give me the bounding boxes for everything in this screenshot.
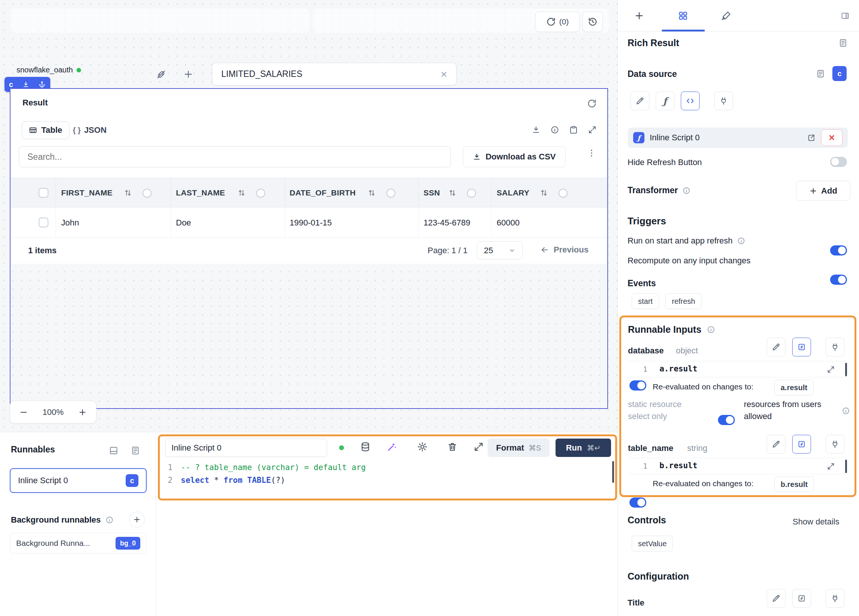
sort-icon[interactable] (237, 189, 246, 197)
rich-result-component[interactable]: Result Table { } JSON (10, 88, 608, 409)
background-runnable-item[interactable]: Background Runna... bg_0 (10, 533, 147, 554)
column-toggle[interactable] (256, 189, 265, 198)
collapse-panel-icon[interactable] (109, 446, 119, 455)
column-header[interactable]: SALARY (497, 188, 529, 197)
list-icon[interactable] (131, 446, 140, 455)
run-button[interactable]: Run ⌘↵ (556, 439, 611, 457)
magic-wand-icon[interactable] (387, 442, 397, 452)
run-on-start-toggle[interactable] (830, 245, 847, 255)
external-link-icon[interactable] (807, 133, 816, 142)
table-row[interactable]: John Doe 1990-01-15 123-45-6789 60000 (11, 208, 607, 238)
docs-icon[interactable] (839, 38, 848, 48)
input2-reeval-toggle[interactable] (629, 497, 646, 508)
input1-literal-button[interactable] (767, 338, 786, 356)
anchor-icon[interactable] (38, 81, 46, 88)
format-button[interactable]: Format ⌘S (488, 439, 550, 457)
input1-code-field[interactable]: 1 a.result (627, 361, 847, 377)
move-down-icon[interactable] (22, 81, 30, 88)
input1-reeval-chip[interactable]: a.result (774, 380, 814, 396)
database-icon[interactable] (360, 442, 371, 452)
input2-code-field[interactable]: 1 b.result (627, 458, 847, 474)
input1-function-button[interactable] (792, 338, 811, 356)
tab-table[interactable]: Table (22, 121, 69, 139)
column-header[interactable]: SSN (423, 188, 440, 197)
components-tab-icon[interactable] (678, 11, 688, 21)
table-menu-button[interactable] (587, 148, 597, 158)
history-button[interactable] (583, 12, 603, 32)
previous-page-button[interactable]: Previous (540, 245, 589, 255)
hide-refresh-toggle[interactable] (830, 157, 847, 167)
script-name-input[interactable] (165, 439, 327, 457)
unlink-button[interactable] (153, 66, 169, 83)
expand-icon[interactable] (827, 462, 835, 471)
panel-right-icon[interactable] (840, 11, 850, 20)
code-line-2[interactable]: 2 select * from TABLE(?) (160, 474, 285, 486)
event-chip-refresh[interactable]: refresh (665, 293, 701, 309)
page-size-select[interactable]: 25 (477, 241, 523, 260)
result-refresh-button[interactable] (587, 98, 597, 108)
field-scrollbar[interactable] (845, 363, 847, 376)
bound-script-chip[interactable]: ƒ Inline Script 0 × (628, 128, 848, 148)
script-list-icon[interactable] (816, 69, 825, 78)
info-icon[interactable] (105, 516, 114, 524)
refresh-queries-button[interactable]: (0) (535, 12, 579, 32)
input1-reeval-toggle[interactable] (629, 380, 646, 391)
sort-icon[interactable] (448, 189, 456, 197)
row-checkbox[interactable] (39, 217, 48, 227)
expand-icon[interactable] (827, 366, 835, 374)
add-transformer-button[interactable]: Add (796, 181, 850, 201)
add-background-runnable-button[interactable] (129, 512, 145, 527)
table-search-input[interactable] (19, 146, 451, 167)
input2-literal-button[interactable] (767, 435, 786, 453)
zoom-out-button[interactable] (19, 408, 28, 417)
sort-icon[interactable] (540, 189, 548, 197)
column-toggle[interactable] (386, 189, 395, 198)
field-scrollbar[interactable] (845, 460, 847, 473)
info-icon[interactable] (737, 237, 745, 245)
copy-icon[interactable] (569, 125, 578, 134)
trash-icon[interactable] (447, 442, 458, 452)
editor-canvas[interactable]: (0) snowflake_oauth c LIMITED_SALARIES × (0, 0, 617, 432)
title-function-button[interactable] (792, 589, 811, 608)
editor-scrollbar[interactable] (612, 461, 614, 483)
info-icon[interactable] (683, 186, 690, 195)
sort-icon[interactable] (368, 189, 376, 197)
show-details-link[interactable]: Show details (793, 517, 839, 527)
tab-json[interactable]: { } JSON (73, 125, 106, 135)
add-datasource-button[interactable] (180, 66, 197, 83)
input2-function-button[interactable] (792, 435, 811, 453)
mode-code-button[interactable] (681, 92, 700, 110)
control-chip-setvalue[interactable]: setValue (632, 536, 673, 552)
code-line-1[interactable]: 1 -- ? table_name (varchar) = default ar… (160, 461, 366, 474)
title-plug-button[interactable] (826, 589, 844, 608)
column-toggle[interactable] (467, 189, 476, 198)
settings-gear-icon[interactable] (417, 442, 428, 452)
download-icon[interactable] (531, 125, 540, 134)
insert-tab-plus-icon[interactable] (634, 11, 644, 21)
table-select-input[interactable]: LIMITED_SALARIES × (212, 63, 456, 86)
style-brush-tab-icon[interactable] (721, 11, 731, 21)
download-csv-button[interactable]: Download as CSV (463, 146, 566, 167)
column-toggle[interactable] (559, 189, 567, 198)
input2-plug-button[interactable] (826, 435, 844, 453)
column-header[interactable]: DATE_OF_BIRTH (290, 188, 356, 197)
info-icon[interactable] (707, 325, 715, 334)
runnable-item-inline-script[interactable]: Inline Script 0 c (10, 468, 147, 493)
input2-reeval-chip[interactable]: b.result (774, 477, 814, 492)
expand-icon[interactable] (473, 442, 484, 452)
info-icon[interactable] (842, 406, 850, 415)
input1-plug-button[interactable] (826, 338, 844, 356)
resources-allowed-toggle[interactable] (718, 415, 735, 425)
column-header[interactable]: LAST_NAME (176, 188, 225, 197)
recompute-toggle[interactable] (830, 275, 847, 285)
data-source-badge[interactable]: c (832, 66, 847, 81)
mode-plug-button[interactable] (714, 92, 733, 110)
mode-literal-button[interactable] (631, 92, 649, 110)
clear-icon[interactable]: × (440, 69, 447, 80)
column-toggle[interactable] (142, 189, 151, 198)
title-literal-button[interactable] (767, 589, 786, 608)
remove-script-button[interactable]: × (821, 130, 842, 146)
info-icon[interactable] (550, 125, 559, 134)
sort-icon[interactable] (124, 189, 132, 197)
event-chip-start[interactable]: start (632, 293, 659, 309)
